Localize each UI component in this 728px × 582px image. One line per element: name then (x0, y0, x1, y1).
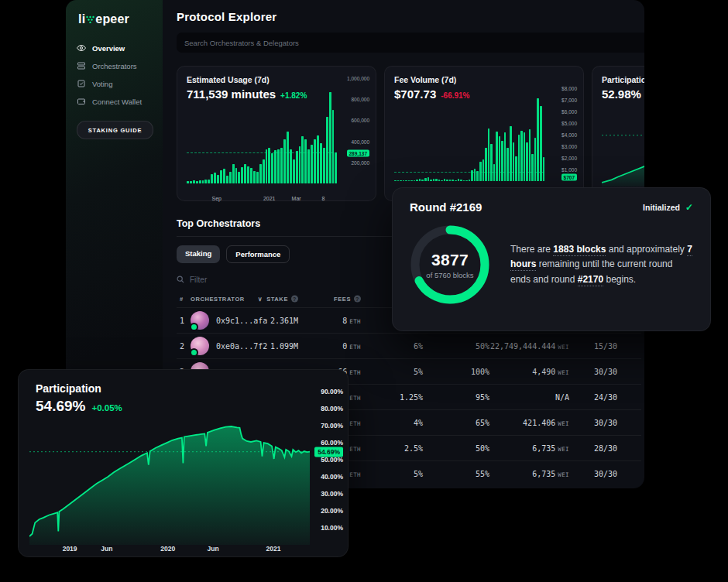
sidebar-item-connect-wallet[interactable]: Connect Wallet (77, 97, 153, 106)
bar (424, 178, 427, 181)
unit-label: ETH (349, 395, 361, 402)
unit-label: ETH (349, 471, 361, 478)
stat-card-estimated-usage[interactable]: Estimated Usage (7d) 711,539 minutes +1.… (177, 66, 376, 201)
orchestrator-cell[interactable]: 0x9c1...afa (191, 311, 267, 330)
usage-bar-chart (187, 78, 337, 183)
reward-cut-cell: 2.5% (404, 444, 423, 453)
price-per-pixel-cell: 6,735WEI (532, 444, 569, 453)
bar (271, 153, 273, 183)
bar (526, 142, 528, 181)
bar (290, 149, 292, 183)
fees-bar-chart (394, 88, 544, 181)
stat-card-fee-volume[interactable]: Fee Volume (7d) $707.73 -66.91% $8,000$7… (384, 66, 584, 201)
stat-card-participation[interactable]: Participation 52.98% -0 (592, 66, 644, 201)
wallet-icon (77, 97, 86, 106)
calls-cell: 30/30 (594, 419, 617, 427)
participation-value: 54.69% (36, 398, 85, 415)
fees-cell: 0ETH (342, 342, 361, 351)
bar (241, 167, 243, 183)
tab-staking[interactable]: Staking (177, 245, 220, 263)
bar (400, 180, 402, 181)
column-header-fees[interactable]: FEES? (334, 296, 361, 303)
bar (540, 106, 542, 182)
logo-text-prefix: li (78, 12, 85, 26)
bar (277, 149, 280, 183)
page-title: Protocol Explorer (177, 10, 644, 23)
bar (394, 180, 397, 181)
sidebar-item-overview[interactable]: Overview (77, 43, 153, 53)
unit-label: ETH (349, 369, 361, 376)
unit-label: ETH (349, 318, 361, 325)
bar (469, 180, 471, 181)
stake-cell: 2.361M (270, 317, 298, 325)
reward-cut-cell: 6% (414, 342, 423, 351)
bar (304, 139, 307, 183)
bar (259, 164, 262, 183)
y-axis-tick: 80.00% (321, 405, 343, 413)
table-row[interactable]: 20xe0a...7f21.099M0ETH6%50%22,749,444.44… (177, 333, 641, 358)
tab-performance[interactable]: Performance (226, 245, 290, 263)
bar (408, 180, 410, 181)
column-header-rank[interactable]: # (180, 296, 184, 303)
search-bar[interactable]: Search Orchestrators & Delegators (177, 33, 644, 53)
fee-cut-cell: 55% (476, 470, 489, 478)
online-status-dot (190, 323, 198, 331)
calls-cell: 30/30 (594, 368, 617, 376)
orchestrator-cell[interactable]: 0xe0a...7f2 (191, 337, 267, 355)
column-header-stake[interactable]: ∨STAKE? (258, 296, 298, 303)
rank-cell: 2 (180, 342, 184, 351)
bar (317, 135, 319, 183)
round-progress-donut: 3877 of 5760 blocks (410, 224, 490, 305)
blocks-remaining: 1883 blocks (553, 244, 606, 256)
y-axis-tick: $1,000 (561, 167, 577, 173)
bar (220, 170, 222, 183)
y-axis-tick: 400,000 (352, 139, 370, 144)
y-axis-tick: 30.00% (321, 490, 343, 498)
fee-cut-cell: 100% (471, 368, 489, 376)
bar (196, 181, 198, 183)
bar (229, 172, 232, 183)
bar (247, 166, 249, 183)
x-axis-tick: Sep (212, 196, 221, 201)
bar (499, 136, 501, 181)
bar (518, 135, 520, 181)
calls-cell: 30/30 (594, 470, 617, 478)
y-axis-tick: $4,000 (561, 132, 577, 138)
current-value-line (394, 172, 544, 173)
y-axis-tick: $8,000 (561, 86, 577, 91)
price-per-pixel-cell: 22,749,444.444WEI (490, 342, 569, 351)
help-icon[interactable]: ? (354, 296, 361, 303)
bar (238, 172, 240, 183)
y-axis-tick: $2,000 (561, 156, 577, 161)
sidebar-item-label: Connect Wallet (92, 98, 142, 106)
round-status: Initialized ✓ (643, 202, 693, 213)
usage-y-axis: 1,000,000800,000600,000400,000200,000289… (338, 78, 369, 183)
column-header-orchestrator[interactable]: ORCHESTRATOR (191, 296, 245, 303)
stat-value: 52.98% (602, 87, 641, 101)
bar (479, 162, 482, 182)
bar (410, 180, 413, 181)
bar (287, 132, 289, 183)
avatar (191, 337, 209, 355)
blocks-total: of 5760 blocks (426, 271, 473, 279)
sidebar-item-orchestrators[interactable]: Orchestrators (77, 61, 153, 70)
bar (301, 136, 304, 183)
round-status-label: Initialized (643, 203, 680, 212)
stat-cards-row: Estimated Usage (7d) 711,539 minutes +1.… (177, 66, 644, 201)
staking-guide-button[interactable]: STAKING GUIDE (77, 121, 153, 139)
online-status-dot (190, 348, 198, 357)
unit-label: WEI (558, 446, 569, 453)
livepeer-logo[interactable]: li epeer (78, 12, 153, 26)
bar (414, 180, 416, 181)
participation-chart-card: 90.00%80.00%70.00%60.00%54.69%50.00%40.0… (18, 369, 349, 557)
unit-label: ETH (349, 446, 361, 453)
bar (293, 159, 295, 183)
sort-desc-icon: ∨ (258, 296, 263, 303)
bar (416, 180, 418, 181)
bar (232, 164, 235, 183)
y-axis-tick: 20.00% (321, 507, 343, 515)
sidebar-nav: OverviewOrchestratorsVotingConnect Walle… (77, 43, 153, 115)
help-icon[interactable]: ? (291, 296, 298, 303)
screenshot-stage: li epeer OverviewOrchestratorsVotingConn… (0, 0, 728, 582)
sidebar-item-voting[interactable]: Voting (77, 79, 153, 88)
